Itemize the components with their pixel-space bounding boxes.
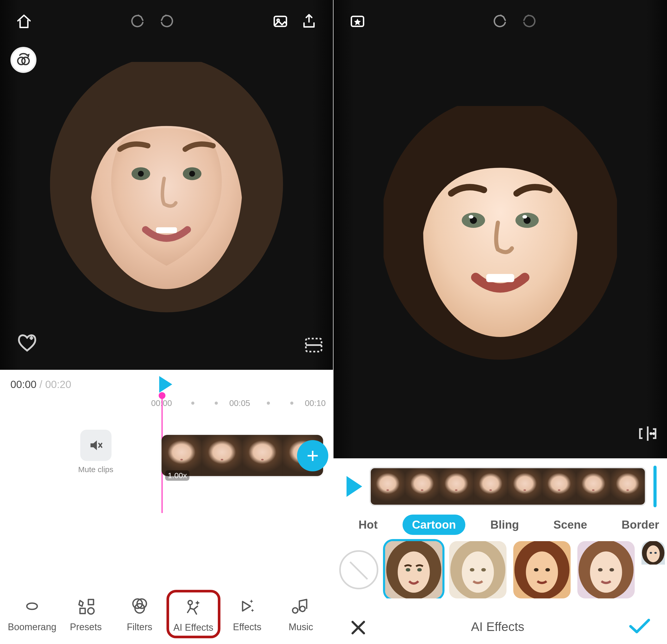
effect-preview[interactable] xyxy=(334,0,667,458)
redo-icon[interactable] xyxy=(518,11,540,32)
svg-point-23 xyxy=(469,215,473,218)
tool-boomerang[interactable]: Boomerang xyxy=(5,595,59,638)
svg-point-32 xyxy=(417,568,422,571)
preview-face-original xyxy=(50,62,283,318)
home-icon[interactable] xyxy=(13,11,35,32)
timeline[interactable]: Mute clips 1.00x + xyxy=(0,419,333,492)
boomerang-icon xyxy=(5,595,59,618)
music-icon xyxy=(274,595,328,618)
tab-bling[interactable]: Bling xyxy=(481,515,528,535)
undo-icon[interactable] xyxy=(489,11,511,32)
preview-face-cartoon xyxy=(384,106,617,363)
svg-point-27 xyxy=(653,433,654,434)
svg-point-26 xyxy=(650,433,652,434)
apply-button[interactable] xyxy=(628,617,651,636)
tool-effects[interactable]: Effects xyxy=(221,595,274,638)
effect-tile[interactable] xyxy=(641,541,665,598)
tool-ai-effects[interactable]: AI Effects xyxy=(166,590,221,638)
top-toolbar xyxy=(0,11,333,32)
svg-point-52 xyxy=(654,552,657,554)
play-button[interactable] xyxy=(346,476,362,497)
effect-tile[interactable] xyxy=(449,541,506,598)
effect-tile[interactable] xyxy=(513,541,571,598)
favorite-icon[interactable] xyxy=(16,331,38,354)
svg-point-37 xyxy=(481,568,486,571)
svg-point-51 xyxy=(650,552,652,554)
svg-point-50 xyxy=(647,545,660,562)
svg-rect-25 xyxy=(486,274,514,282)
timeline-ruler[interactable]: 00:00 00:05 00:10 xyxy=(0,396,333,417)
svg-point-8 xyxy=(138,171,144,177)
svg-point-47 xyxy=(609,568,614,571)
screen-ai-effects: Hot Cartoon Bling Scene Border AI Effect… xyxy=(334,0,667,644)
library-icon[interactable] xyxy=(346,11,369,32)
presets-icon xyxy=(59,595,113,618)
tool-filters[interactable]: Filters xyxy=(113,595,166,638)
play-button[interactable] xyxy=(159,376,172,393)
svg-point-35 xyxy=(462,551,494,593)
gallery-icon[interactable] xyxy=(270,11,291,32)
mute-clips-button[interactable]: Mute clips xyxy=(78,430,113,474)
split-compare-icon[interactable] xyxy=(637,425,658,443)
svg-point-42 xyxy=(545,568,550,571)
effect-timeline-row xyxy=(334,458,667,512)
screen-video-editor: 00:00 / 00:20 00:00 00:05 00:10 Mute cli… xyxy=(0,0,334,644)
tab-border[interactable]: Border xyxy=(612,515,667,535)
video-preview[interactable] xyxy=(0,0,333,370)
add-clip-button[interactable]: + xyxy=(297,440,328,471)
filters-icon xyxy=(113,595,166,618)
svg-point-45 xyxy=(590,551,622,593)
ai-effects-icon xyxy=(170,595,217,618)
bottom-toolbar: Boomerang Presets Filters AI Effects Eff… xyxy=(0,595,333,638)
effect-panel-footer: AI Effects xyxy=(334,617,667,636)
svg-point-30 xyxy=(397,551,430,593)
svg-point-41 xyxy=(534,568,539,571)
close-button[interactable] xyxy=(349,617,368,636)
effect-tile[interactable] xyxy=(577,541,635,598)
svg-point-24 xyxy=(522,215,527,218)
tool-presets[interactable]: Presets xyxy=(59,595,113,638)
svg-point-36 xyxy=(470,568,474,571)
effect-clip-strip[interactable] xyxy=(370,467,646,506)
svg-point-46 xyxy=(598,568,603,571)
undo-icon[interactable] xyxy=(127,11,149,32)
tab-cartoon[interactable]: Cartoon xyxy=(403,515,465,535)
tab-scene[interactable]: Scene xyxy=(544,515,597,535)
svg-point-40 xyxy=(526,551,558,593)
playback-row: 00:00 / 00:20 xyxy=(0,370,333,393)
clip-speed-badge: 1.00x xyxy=(165,470,190,481)
top-toolbar xyxy=(334,11,667,32)
time-total: 00:20 xyxy=(45,379,71,390)
svg-rect-10 xyxy=(156,227,177,233)
face-swap-toggle-icon[interactable] xyxy=(11,47,36,73)
effects-icon xyxy=(221,595,274,618)
effect-none-button[interactable] xyxy=(339,550,378,589)
mute-clips-label: Mute clips xyxy=(78,465,113,474)
effect-tile[interactable] xyxy=(385,541,442,598)
crop-compare-icon[interactable] xyxy=(303,336,324,354)
svg-point-31 xyxy=(406,568,410,571)
tab-hot[interactable]: Hot xyxy=(349,515,387,535)
clip-end-handle[interactable] xyxy=(653,466,656,507)
ruler-tick: 00:05 xyxy=(229,398,250,408)
export-icon[interactable] xyxy=(298,11,320,32)
effect-thumbnails xyxy=(334,537,667,598)
time-current: 00:00 xyxy=(11,379,36,390)
effect-category-tabs: Hot Cartoon Bling Scene Border xyxy=(334,512,667,537)
tool-music[interactable]: Music xyxy=(274,595,328,638)
timecode: 00:00 / 00:20 xyxy=(11,379,71,390)
panel-title: AI Effects xyxy=(471,620,524,634)
svg-point-9 xyxy=(189,171,195,177)
redo-icon[interactable] xyxy=(156,11,177,32)
ruler-tick: 00:10 xyxy=(305,398,326,408)
